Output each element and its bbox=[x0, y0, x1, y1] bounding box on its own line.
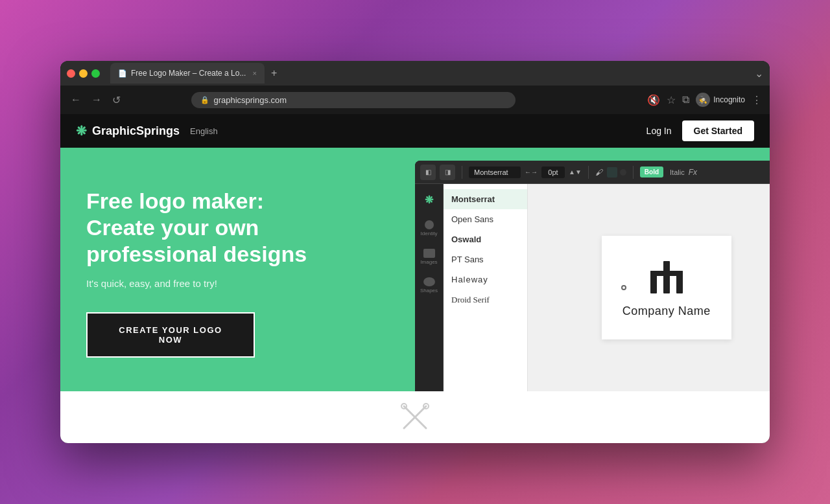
login-button[interactable]: Log In bbox=[646, 126, 672, 136]
tab-title: Free Logo Maker – Create a Lo... bbox=[131, 69, 246, 78]
bold-button[interactable]: Bold bbox=[640, 166, 663, 178]
sidebar-images-label: Images bbox=[420, 259, 437, 265]
new-tab-button[interactable]: + bbox=[267, 66, 281, 80]
color-dot bbox=[620, 169, 626, 176]
logo-mark bbox=[644, 258, 689, 299]
font-selector[interactable]: Montserrat bbox=[469, 166, 521, 178]
site-nav: ❋ GraphicSprings English Log In Get Star… bbox=[60, 114, 770, 148]
app-toolbar: ◧ ◨ Montserrat ←→ 0pt ▲▼ 🖌 bbox=[415, 161, 770, 184]
window-controls bbox=[67, 69, 100, 78]
toolbar-separator-3 bbox=[633, 166, 634, 179]
incognito-badge: 🕵 Incognito bbox=[696, 93, 745, 107]
url-field[interactable]: 🔒 graphicsprings.com bbox=[191, 92, 516, 108]
tab-favicon-icon: 📄 bbox=[118, 69, 127, 78]
sidebar-identity-label: Identity bbox=[421, 231, 438, 236]
shapes-icon bbox=[423, 277, 435, 286]
font-panel: Montserrat Open Sans Oswald PT Sans Hale… bbox=[444, 184, 528, 391]
images-icon bbox=[423, 249, 435, 258]
toolbar-icon-1[interactable]: ◧ bbox=[420, 165, 436, 180]
font-item-droid[interactable]: Droid Serif bbox=[444, 290, 527, 310]
address-right-icons: 🔇 ☆ ⧉ 🕵 Incognito ⋮ bbox=[647, 93, 762, 107]
back-button[interactable]: ← bbox=[68, 91, 84, 108]
fx-button[interactable]: Fx bbox=[689, 168, 697, 177]
lock-icon: 🔒 bbox=[200, 96, 209, 104]
hero-title: Free logo maker:Create your ownprofessio… bbox=[86, 188, 389, 267]
sidebar-logo-icon: ❋ bbox=[419, 189, 440, 210]
identity-icon bbox=[425, 220, 434, 229]
sidebar-identity-icon[interactable]: Identity bbox=[419, 218, 440, 238]
toolbar-icon-2[interactable]: ◨ bbox=[440, 165, 455, 180]
font-item-montserrat[interactable]: Montserrat bbox=[444, 189, 527, 209]
svg-rect-1 bbox=[663, 261, 670, 293]
url-text: graphicsprings.com bbox=[213, 95, 287, 105]
hero-left: Free logo maker:Create your ownprofessio… bbox=[60, 148, 415, 391]
canvas-content: Company Name bbox=[602, 236, 731, 339]
tab-container: 📄 Free Logo Maker – Create a Lo... × + bbox=[110, 63, 750, 84]
browser-menu-icon[interactable]: ⋮ bbox=[752, 94, 762, 106]
logo-name: GraphicSprings bbox=[92, 124, 180, 138]
sidebar-shapes-icon[interactable]: Shapes bbox=[419, 275, 440, 295]
incognito-icon: 🕵 bbox=[696, 93, 710, 107]
italic-button[interactable]: Italic bbox=[670, 168, 685, 176]
get-started-button[interactable]: Get Started bbox=[682, 120, 754, 141]
address-bar: ← → ↺ 🔒 graphicsprings.com 🔇 ☆ ⧉ 🕵 Incog… bbox=[60, 86, 770, 114]
close-button[interactable] bbox=[67, 69, 75, 78]
maximize-button[interactable] bbox=[91, 69, 100, 78]
minimize-button[interactable] bbox=[79, 69, 88, 78]
browser-window: 📄 Free Logo Maker – Create a Lo... × + ⌄… bbox=[60, 61, 770, 443]
font-item-opensans[interactable]: Open Sans bbox=[444, 209, 527, 229]
font-item-haleway[interactable]: Haleway bbox=[444, 269, 527, 290]
below-hero-section bbox=[60, 391, 770, 443]
site-logo[interactable]: ❋ GraphicSprings bbox=[76, 123, 180, 139]
tab-menu-icon[interactable]: ⌄ bbox=[755, 67, 763, 80]
svg-rect-3 bbox=[650, 271, 683, 276]
sidebar-images-icon[interactable]: Images bbox=[419, 246, 440, 267]
website-content: ❋ GraphicSprings English Log In Get Star… bbox=[60, 114, 770, 443]
arrow-left-icon[interactable]: ←→ bbox=[525, 168, 538, 176]
incognito-label: Incognito bbox=[713, 95, 745, 104]
logo-icon: ❋ bbox=[76, 123, 87, 139]
app-sidebar: ❋ Identity Images bbox=[415, 184, 444, 391]
font-list: Montserrat Open Sans Oswald PT Sans Hale… bbox=[444, 184, 527, 315]
forward-button[interactable]: → bbox=[89, 91, 104, 108]
screenshot-icon[interactable]: ⧉ bbox=[682, 94, 689, 106]
sidebar-shapes-label: Shapes bbox=[420, 288, 438, 293]
toolbar-separator-1 bbox=[462, 166, 462, 179]
spacing-input[interactable]: 0pt bbox=[541, 166, 565, 178]
increment-icons[interactable]: ▲▼ bbox=[569, 168, 582, 176]
tab-close-icon[interactable]: × bbox=[252, 69, 256, 77]
selection-handle bbox=[621, 285, 626, 290]
canvas-area[interactable]: Company Name bbox=[528, 184, 770, 391]
language-selector[interactable]: English bbox=[190, 126, 218, 136]
toolbar-separator-2 bbox=[588, 166, 589, 179]
color-preview[interactable] bbox=[607, 167, 626, 178]
site-nav-right: Log In Get Started bbox=[646, 120, 754, 141]
color-swatch bbox=[607, 167, 617, 178]
hero-right: ◧ ◨ Montserrat ←→ 0pt ▲▼ 🖌 bbox=[415, 148, 770, 391]
company-logo-svg bbox=[644, 258, 689, 297]
star-icon[interactable]: ☆ bbox=[667, 94, 676, 106]
cta-button[interactable]: CREATE YOUR LOGO NOW bbox=[86, 312, 255, 358]
paint-icon[interactable]: 🖌 bbox=[595, 168, 603, 177]
font-item-ptsans[interactable]: PT Sans bbox=[444, 249, 527, 269]
app-logo-icon: ❋ bbox=[425, 194, 433, 206]
hero-subtitle: It's quick, easy, and free to try! bbox=[86, 278, 389, 289]
company-name-text: Company Name bbox=[622, 304, 711, 318]
active-tab[interactable]: 📄 Free Logo Maker – Create a Lo... × bbox=[110, 63, 265, 84]
reload-button[interactable]: ↺ bbox=[110, 91, 123, 109]
scissors-icon bbox=[399, 401, 431, 433]
hero-section: Free logo maker:Create your ownprofessio… bbox=[60, 148, 770, 391]
app-body: ❋ Identity Images bbox=[415, 184, 770, 391]
app-preview: ◧ ◨ Montserrat ←→ 0pt ▲▼ 🖌 bbox=[415, 161, 770, 391]
font-item-oswald[interactable]: Oswald bbox=[444, 229, 527, 249]
mute-icon: 🔇 bbox=[647, 94, 660, 106]
tab-bar: 📄 Free Logo Maker – Create a Lo... × + ⌄ bbox=[60, 61, 770, 86]
